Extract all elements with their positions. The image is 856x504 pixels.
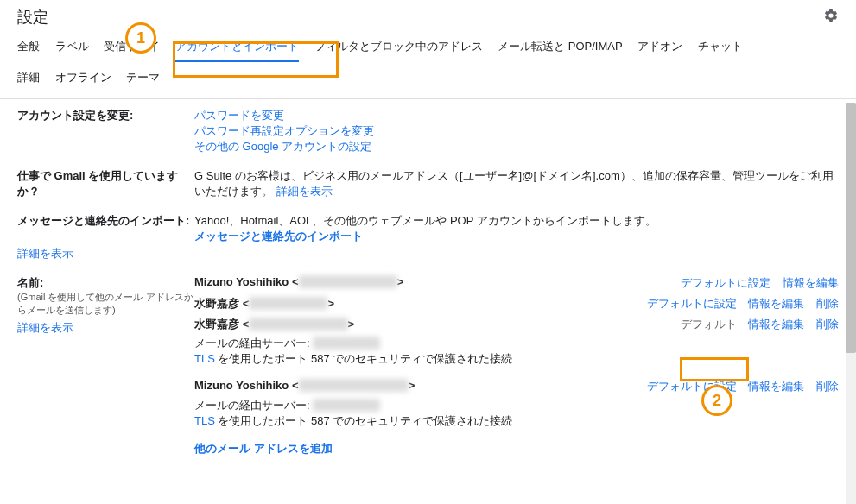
sendas-edit-link[interactable]: 情報を編集 — [748, 297, 804, 310]
tab-inbox[interactable]: 受信トレイ — [104, 35, 160, 59]
import-desc: Yahoo!、Hotmail、AOL、その他のウェブメールや POP アカウント… — [194, 213, 839, 229]
sendas-edit-link[interactable]: 情報を編集 — [748, 318, 804, 331]
import-action-link[interactable]: メッセージと連絡先のインポート — [194, 230, 363, 243]
tab-accounts[interactable]: アカウントとインポート — [175, 35, 299, 62]
tab-labels[interactable]: ラベル — [55, 35, 89, 59]
sendas-entry-name: 水野嘉彦 — [194, 318, 239, 331]
sendas-server-mask: xxxxxxxxxxxx — [313, 399, 380, 412]
gsuite-more-link[interactable]: 詳細を表示 — [276, 185, 333, 198]
scrollbar-thumb[interactable] — [846, 103, 856, 353]
add-another-address-link[interactable]: 他のメール アドレスを追加 — [194, 442, 333, 455]
tls-label: TLS — [194, 352, 215, 365]
sendas-edit-link[interactable]: 情報を編集 — [748, 380, 804, 393]
tab-advanced[interactable]: 詳細 — [17, 66, 40, 90]
other-google-link[interactable]: その他の Google アカウントの設定 — [194, 140, 371, 153]
sendas-default-text: デフォルト — [681, 318, 737, 331]
sendas-set-default-link[interactable]: デフォルトに設定 — [681, 276, 770, 289]
sendas-server-mask: xxxxxxxxxxxx — [313, 337, 380, 350]
sendas-entry-email-mask: xxxxxx@xxxxxx — [249, 297, 327, 310]
sendas-delete-link[interactable]: 削除 — [816, 297, 839, 310]
tab-filters[interactable]: フィルタとブロック中のアドレス — [314, 35, 483, 59]
sendas-tls-text: を使用したポート 587 でのセキュリティで保護された接続 — [218, 414, 512, 427]
import-label: メッセージと連絡先のインポート: — [17, 213, 194, 229]
sendas-delete-link[interactable]: 削除 — [816, 318, 839, 331]
tab-general[interactable]: 全般 — [17, 35, 40, 59]
change-password-link[interactable]: パスワードを変更 — [194, 109, 284, 122]
sendas-server-label: メールの経由サーバー: — [194, 337, 313, 350]
change-recovery-link[interactable]: パスワード再設定オプションを変更 — [194, 124, 374, 137]
tab-addons[interactable]: アドオン — [637, 35, 682, 59]
sendas-entry-email-mask: xxxxxx@xxxxxxxx.xxx — [299, 379, 409, 392]
sendas-entry-name: Mizuno Yoshihiko — [194, 275, 289, 288]
sendas-label: 名前: — [17, 276, 43, 289]
sendas-edit-link[interactable]: 情報を編集 — [783, 276, 839, 289]
sendas-entry-name: 水野嘉彦 — [194, 297, 239, 310]
sendas-set-default-link[interactable]: デフォルトに設定 — [647, 380, 737, 393]
tab-offline[interactable]: オフライン — [55, 66, 111, 90]
sendas-set-default-link[interactable]: デフォルトに設定 — [647, 297, 737, 310]
sendas-entry-email-mask: xxxxxx@xxxxxx.xxx — [299, 275, 397, 288]
import-more-link[interactable]: 詳細を表示 — [17, 247, 73, 260]
sendas-sublabel: (Gmail を使用して他のメール アドレスからメールを送信します) — [17, 291, 194, 317]
tab-themes[interactable]: テーマ — [126, 66, 160, 90]
gsuite-label: 仕事で Gmail を使用していますか？ — [17, 168, 194, 199]
sendas-more-link[interactable]: 詳細を表示 — [17, 321, 73, 334]
gear-icon[interactable] — [823, 8, 839, 28]
account-change-label: アカウント設定を変更: — [17, 108, 194, 123]
tab-chat[interactable]: チャット — [698, 35, 743, 59]
sendas-entry-name: Mizuno Yoshihiko — [194, 379, 289, 392]
tab-forwarding[interactable]: メール転送と POP/IMAP — [498, 35, 622, 59]
page-title: 設定 — [17, 7, 48, 28]
sendas-server-label: メールの経由サーバー: — [194, 399, 313, 412]
sendas-entry-email-mask: xxxxxx@xxxxxx.xxx — [249, 318, 347, 331]
scrollbar-track[interactable] — [846, 103, 856, 504]
sendas-delete-link[interactable]: 削除 — [816, 380, 839, 393]
tls-label: TLS — [194, 414, 215, 427]
sendas-tls-text: を使用したポート 587 でのセキュリティで保護された接続 — [218, 352, 512, 365]
